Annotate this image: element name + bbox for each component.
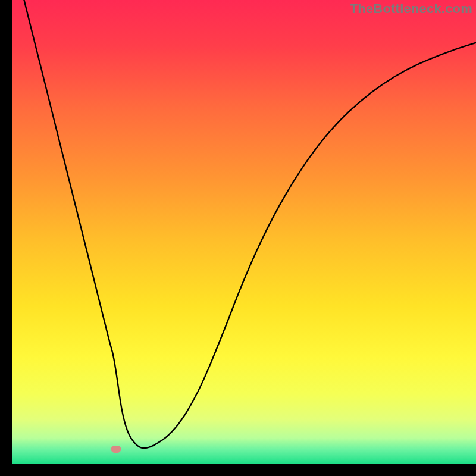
chart-plot bbox=[12, 0, 476, 464]
chart-frame: TheBottleneck.com bbox=[12, 0, 476, 464]
data-marker bbox=[111, 446, 121, 453]
watermark-text: TheBottleneck.com bbox=[350, 1, 472, 17]
